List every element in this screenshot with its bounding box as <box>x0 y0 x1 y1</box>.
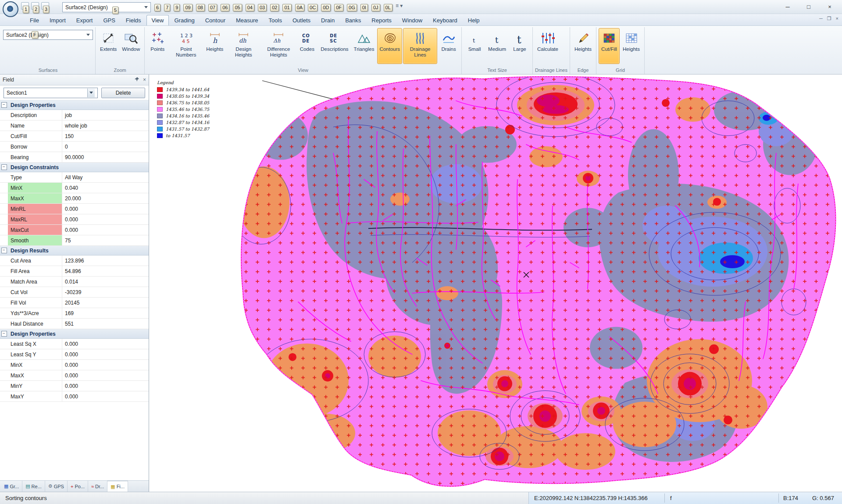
panel-tab[interactable]: ⚙ GPS <box>45 481 68 492</box>
table-row[interactable]: Bearing 90.0000 <box>0 152 149 163</box>
property-value[interactable]: 123.896 <box>62 258 149 264</box>
property-value[interactable]: 20145 <box>62 300 149 306</box>
menu-tab[interactable]: Banks <box>340 15 366 25</box>
collapse-icon[interactable] <box>0 164 8 170</box>
section-select[interactable]: Section1 <box>4 88 98 98</box>
minimize-button[interactable]: ─ <box>777 0 798 13</box>
property-value[interactable]: 0 <box>62 144 149 150</box>
map-viewport[interactable]: Legend 1439.34 to 1441.64 1438.05 to 143… <box>149 75 842 492</box>
close-panel-icon[interactable]: × <box>143 77 146 83</box>
menu-tab[interactable]: Help <box>463 15 485 25</box>
property-value[interactable]: 54.896 <box>62 268 149 274</box>
table-row[interactable]: MinRL 0.000 <box>0 204 149 214</box>
property-value[interactable]: -30239 <box>62 289 149 295</box>
quick-access-overflow-icon[interactable]: ≡ ▾ <box>396 3 403 9</box>
menu-tab[interactable]: Export <box>71 15 98 25</box>
panel-tab[interactable]: + Po... <box>68 481 88 492</box>
codes-button[interactable]: CODE Codes <box>296 28 318 64</box>
points-button[interactable]: Points <box>147 28 168 64</box>
menu-tab[interactable]: Grading <box>169 15 200 25</box>
table-row[interactable]: MaxX 20.000 <box>0 193 149 204</box>
zoom-extents-button[interactable]: Extents <box>98 28 119 64</box>
property-value[interactable]: 150 <box>62 133 149 139</box>
property-value[interactable]: 0.000 <box>62 362 149 368</box>
property-value[interactable]: 90.0000 <box>62 154 149 160</box>
heights-button[interactable]: h Heights <box>204 28 225 64</box>
text-large-button[interactable]: t Large <box>509 28 530 64</box>
text-medium-button[interactable]: t Medium <box>486 28 508 64</box>
table-row[interactable]: Smooth 75 <box>0 235 149 246</box>
property-value[interactable]: 0.000 <box>62 217 149 223</box>
surface-select[interactable]: Surface2 (Design) <box>3 30 93 40</box>
table-row[interactable]: Fill Area 54.896 <box>0 266 149 277</box>
table-row[interactable]: Name whole job <box>0 121 149 131</box>
pin-icon[interactable] <box>134 77 139 83</box>
contours-button[interactable]: Contours <box>377 28 402 64</box>
menu-tab[interactable]: GPS <box>98 15 120 25</box>
menu-tab[interactable]: Measure <box>231 15 264 25</box>
menu-tab[interactable]: File <box>25 15 44 25</box>
menu-tab[interactable]: Tools <box>264 15 287 25</box>
descriptions-button[interactable]: DESC Descriptions <box>318 28 350 64</box>
property-value[interactable]: 0.000 <box>62 227 149 233</box>
text-small-button[interactable]: t Small <box>464 28 485 64</box>
menu-tab[interactable]: Outlets <box>287 15 316 25</box>
grid-heights-button[interactable]: Heights <box>621 28 642 64</box>
table-row[interactable]: MaxRL 0.000 <box>0 214 149 225</box>
property-value[interactable]: 75 <box>62 238 149 244</box>
zoom-window-button[interactable]: Window <box>120 28 142 64</box>
table-row[interactable]: MinX 0.000 <box>0 360 149 370</box>
table-row[interactable]: Match Area 0.014 <box>0 277 149 287</box>
table-row[interactable]: Haul Distance 551 <box>0 319 149 329</box>
property-value[interactable]: All Way <box>62 174 149 181</box>
table-row[interactable]: Least Sq X 0.000 <box>0 339 149 349</box>
menu-tab[interactable]: Fields <box>121 15 146 25</box>
delete-button[interactable]: Delete <box>101 88 145 98</box>
maximize-button[interactable]: □ <box>798 0 819 13</box>
design-heights-button[interactable]: dh Design Heights <box>226 28 260 64</box>
property-value[interactable]: 0.000 <box>62 341 149 347</box>
drains-button[interactable]: Drains <box>438 28 459 64</box>
panel-tab[interactable]: ▦ Gr... <box>1 481 22 492</box>
window-title-box[interactable]: Surface2 (Design) <box>62 2 151 12</box>
doc-close-button[interactable]: × <box>836 16 838 21</box>
panel-tab[interactable]: ▦ Fi... <box>107 481 128 492</box>
menu-tab[interactable]: Reports <box>366 15 397 25</box>
table-row[interactable]: MaxX 0.000 <box>0 370 149 381</box>
table-row[interactable]: MinY 0.000 <box>0 381 149 391</box>
table-row[interactable]: Fill Vol 20145 <box>0 298 149 308</box>
table-row[interactable]: Design Results <box>0 246 149 256</box>
difference-heights-button[interactable]: Δh Difference Heights <box>261 28 296 64</box>
table-row[interactable]: Design Properties <box>0 100 149 110</box>
table-row[interactable]: Design Properties <box>0 329 149 339</box>
property-value[interactable]: 0.000 <box>62 206 149 212</box>
menu-tab[interactable]: Drain <box>316 15 340 25</box>
table-row[interactable]: Least Sq Y 0.000 <box>0 349 149 360</box>
edge-heights-button[interactable]: Heights <box>572 28 594 64</box>
close-button[interactable]: × <box>819 0 840 13</box>
table-row[interactable]: MaxCut 0.000 <box>0 225 149 235</box>
panel-tab[interactable]: ≈ Dr... <box>88 481 107 492</box>
point-numbers-button[interactable]: 1 2 34 5 Point Numbers <box>169 28 203 64</box>
property-value[interactable]: 20.000 <box>62 195 149 202</box>
calculate-button[interactable]: Calculate <box>535 28 560 64</box>
property-value[interactable]: whole job <box>62 123 149 129</box>
table-row[interactable]: Description job <box>0 110 149 121</box>
property-value[interactable]: 0.000 <box>62 394 149 400</box>
property-value[interactable]: job <box>62 112 149 118</box>
property-value[interactable]: 0.000 <box>62 373 149 379</box>
triangles-button[interactable]: Triangles <box>352 28 377 64</box>
menu-tab[interactable]: Import <box>44 15 71 25</box>
panel-tab[interactable]: ▤ Re... <box>22 481 45 492</box>
field-map[interactable] <box>149 75 842 492</box>
property-value[interactable]: 0.014 <box>62 279 149 285</box>
table-row[interactable]: Cut Area 123.896 <box>0 256 149 266</box>
grid-cutfill-button[interactable]: Cut/Fill <box>599 28 620 64</box>
table-row[interactable]: Type All Way <box>0 172 149 183</box>
app-button[interactable] <box>3 1 18 17</box>
property-value[interactable]: 551 <box>62 321 149 327</box>
menu-tab[interactable]: View <box>146 15 169 25</box>
drainage-lines-button[interactable]: Drainage Lines <box>403 28 437 64</box>
property-value[interactable]: 0.040 <box>62 185 149 191</box>
menu-tab[interactable]: Window <box>397 15 428 25</box>
